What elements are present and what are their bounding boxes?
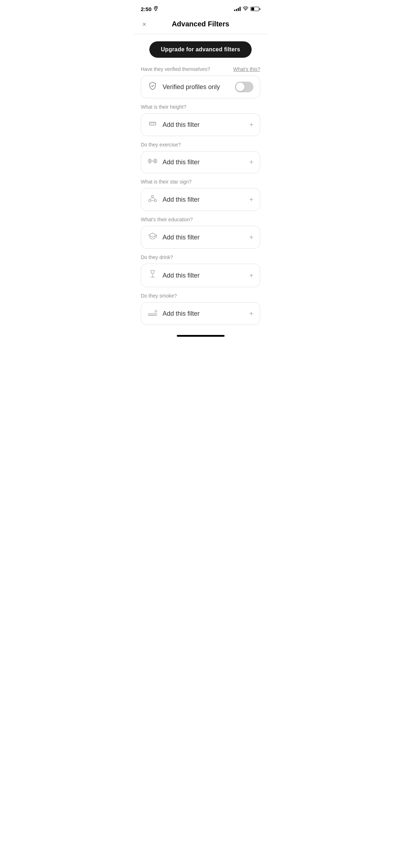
svg-point-1 bbox=[245, 10, 246, 11]
starsign-label: Add this filter bbox=[163, 196, 200, 203]
height-label: Add this filter bbox=[163, 121, 200, 129]
smoke-plus-icon: + bbox=[249, 310, 253, 318]
home-bar bbox=[177, 335, 225, 337]
svg-line-17 bbox=[153, 197, 155, 200]
exercise-filter-section: Do they exercise? Add this filter + bbox=[141, 142, 260, 173]
verified-question: Have they verified themselves? What's th… bbox=[141, 66, 260, 72]
svg-rect-9 bbox=[150, 159, 151, 163]
drink-filter-section: Do they drink? Add this filter + bbox=[141, 254, 260, 287]
upgrade-section: Upgrade for advanced filters bbox=[141, 34, 260, 66]
height-filter-section: What is their height? Add this filter + bbox=[141, 104, 260, 136]
shield-icon bbox=[148, 82, 158, 92]
verified-label: Verified profiles only bbox=[163, 83, 220, 91]
education-filter-row[interactable]: Add this filter + bbox=[141, 226, 260, 249]
verified-toggle[interactable] bbox=[235, 82, 253, 92]
battery-icon bbox=[251, 7, 260, 11]
smoke-label: Add this filter bbox=[163, 310, 200, 317]
content-area: Upgrade for advanced filters Have they v… bbox=[134, 34, 267, 325]
status-icons bbox=[234, 6, 260, 12]
svg-rect-10 bbox=[154, 159, 155, 163]
starsign-filter-row[interactable]: Add this filter + bbox=[141, 188, 260, 211]
graduation-icon bbox=[148, 232, 158, 243]
smoke-filter-section: Do they smoke? Add this filter + bbox=[141, 293, 260, 325]
exercise-filter-row[interactable]: Add this filter + bbox=[141, 151, 260, 173]
smoking-icon bbox=[148, 308, 158, 319]
signal-bars-icon bbox=[234, 7, 241, 11]
verified-filter-row[interactable]: Verified profiles only bbox=[141, 76, 260, 98]
starsign-plus-icon: + bbox=[249, 196, 253, 204]
height-question: What is their height? bbox=[141, 104, 260, 110]
svg-point-0 bbox=[155, 7, 156, 8]
exercise-label: Add this filter bbox=[163, 159, 200, 166]
dumbbell-icon bbox=[148, 157, 158, 167]
starsign-filter-section: What is their star sign? Add this filter… bbox=[141, 179, 260, 211]
height-filter-row[interactable]: Add this filter + bbox=[141, 113, 260, 136]
wine-icon bbox=[148, 270, 158, 281]
education-filter-section: What's their education? Add this filter … bbox=[141, 217, 260, 249]
starsign-icon bbox=[148, 194, 158, 205]
svg-point-12 bbox=[149, 200, 151, 202]
location-icon bbox=[154, 6, 158, 12]
verified-filter-section: Have they verified themselves? What's th… bbox=[141, 66, 260, 98]
status-time: 2:50 bbox=[141, 6, 158, 12]
exercise-question: Do they exercise? bbox=[141, 142, 260, 148]
wifi-icon bbox=[243, 6, 248, 12]
page-header: × Advanced Filters bbox=[134, 16, 267, 34]
home-indicator bbox=[134, 332, 267, 339]
page-title: Advanced Filters bbox=[172, 20, 229, 28]
starsign-question: What is their star sign? bbox=[141, 179, 260, 185]
smoke-question: Do they smoke? bbox=[141, 293, 260, 299]
education-label: Add this filter bbox=[163, 234, 200, 241]
height-plus-icon: + bbox=[249, 121, 253, 129]
svg-point-14 bbox=[151, 195, 154, 197]
exercise-plus-icon: + bbox=[249, 158, 253, 166]
drink-filter-row[interactable]: Add this filter + bbox=[141, 264, 260, 287]
drink-label: Add this filter bbox=[163, 272, 200, 279]
education-plus-icon: + bbox=[249, 233, 253, 242]
close-button[interactable]: × bbox=[141, 19, 148, 29]
drink-question: Do they drink? bbox=[141, 254, 260, 260]
whats-this-button[interactable]: What's this? bbox=[233, 66, 260, 72]
ruler-icon bbox=[148, 119, 158, 130]
status-bar: 2:50 bbox=[134, 0, 267, 16]
upgrade-button[interactable]: Upgrade for advanced filters bbox=[149, 41, 252, 58]
svg-point-13 bbox=[154, 200, 156, 202]
svg-line-16 bbox=[150, 197, 153, 200]
education-question: What's their education? bbox=[141, 217, 260, 222]
drink-plus-icon: + bbox=[249, 272, 253, 280]
smoke-filter-row[interactable]: Add this filter + bbox=[141, 302, 260, 325]
